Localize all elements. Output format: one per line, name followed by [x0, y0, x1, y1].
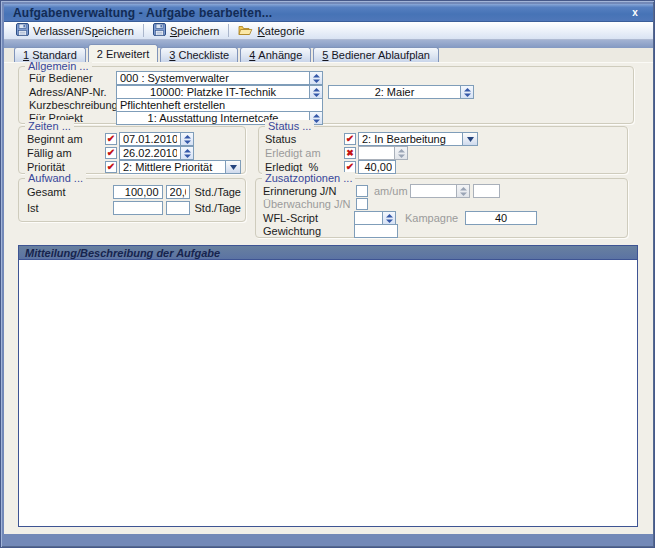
leave-save-label: Verlassen/Speichern — [33, 25, 134, 37]
kampagne-field — [465, 211, 537, 225]
tab-anhaenge[interactable]: 4Anhänge — [240, 47, 311, 62]
prioritaet-checkbox[interactable] — [105, 161, 117, 173]
save-icon — [153, 23, 166, 38]
beginnt-am-input[interactable] — [120, 133, 180, 145]
folder-open-icon — [238, 24, 253, 38]
wfl-script-field — [354, 211, 396, 225]
tab-page-erweitert: Allgemein ... Für Bediener Adress/ANP-Nr… — [4, 62, 653, 534]
group-status: Status ... Status Erledigt am Erledigt_% — [258, 126, 628, 174]
kampagne-input[interactable] — [466, 212, 536, 224]
group-status-caption: Status ... — [265, 120, 314, 132]
spinner-updown-icon[interactable] — [456, 185, 469, 197]
gewichtung-input[interactable] — [355, 225, 397, 237]
spinner-updown-icon[interactable] — [309, 72, 322, 84]
chevron-down-icon[interactable] — [462, 133, 477, 145]
toolbar: Verlassen/Speichern Speichern Kategorie — [4, 22, 653, 40]
gesamt-tage-input[interactable] — [167, 186, 189, 198]
fuer-bediener-field — [116, 71, 323, 85]
group-aufwand: Aufwand ... Gesamt Std./Tage Ist — [18, 178, 246, 222]
ist-stunden-input[interactable] — [114, 202, 162, 214]
wfl-script-label: WFL-Script — [263, 212, 354, 224]
group-zusatzoptionen-caption: Zusatzoptionen ... — [262, 172, 355, 184]
erinnerung-label: Erinnerung J/N — [263, 185, 356, 197]
spinner-updown-icon[interactable] — [460, 86, 473, 98]
erinnerung-checkbox[interactable] — [356, 185, 368, 197]
ist-label: Ist — [27, 202, 113, 214]
fuer-bediener-label: Für Bediener — [29, 72, 116, 84]
tab-strip: 1Standard 2Erweitert 3Checkliste 4Anhäng… — [14, 44, 439, 62]
ueberwachung-checkbox[interactable] — [356, 198, 368, 210]
group-zeiten: Zeiten ... Beginnt am Fällig am Prioritä… — [18, 126, 246, 174]
erledigt-prozent-input[interactable] — [359, 161, 395, 173]
beginnt-am-checkbox[interactable] — [105, 133, 117, 145]
group-aufwand-caption: Aufwand ... — [25, 172, 86, 184]
ist-tage-field — [166, 201, 190, 215]
erledigt-am-field — [358, 146, 408, 160]
kurzbeschreibung-field — [116, 98, 323, 112]
status-checkbox[interactable] — [344, 133, 356, 145]
wfl-script-input[interactable] — [355, 212, 382, 224]
gesamt-stunden-field — [113, 185, 163, 199]
save-label: Speichern — [170, 25, 220, 37]
kurzbeschreibung-label: Kurzbeschreibung — [29, 99, 116, 111]
erinnerung-datum-input[interactable] — [411, 185, 456, 197]
spinner-updown-icon[interactable] — [394, 147, 407, 159]
adress-anp-label: Adress/ANP-Nr. — [29, 86, 116, 98]
adress-contact-field — [328, 85, 474, 99]
title-bar: Aufgabenverwaltung - Aufgabe bearbeiten.… — [4, 4, 653, 22]
group-allgemein: Allgemein ... Für Bediener Adress/ANP-Nr… — [18, 66, 634, 124]
tab-erweitert[interactable]: 2Erweitert — [88, 44, 159, 62]
status-dropdown — [358, 132, 478, 146]
group-zeiten-caption: Zeiten ... — [25, 120, 74, 132]
gewichtung-label: Gewichtung — [263, 225, 354, 237]
adress-anp-field — [116, 85, 323, 99]
group-zusatzoptionen: Zusatzoptionen ... Erinnerung J/N am/um … — [255, 178, 628, 238]
toolbar-separator — [228, 24, 229, 37]
message-header: Mitteilung/Beschreibung der Aufgabe — [19, 246, 637, 260]
kurzbeschreibung-input[interactable] — [117, 99, 322, 111]
ist-tage-input[interactable] — [167, 202, 189, 214]
chevron-down-icon[interactable] — [225, 161, 240, 173]
status-input[interactable] — [359, 133, 462, 145]
faellig-am-label: Fällig am — [27, 147, 105, 159]
gesamt-stunden-input[interactable] — [114, 186, 162, 198]
faellig-am-field — [119, 146, 194, 160]
close-button[interactable]: x — [628, 6, 642, 19]
tab-checkliste[interactable]: 3Checkliste — [160, 47, 238, 62]
erinnerung-datum-field — [410, 184, 470, 198]
erledigt-prozent-field — [358, 160, 396, 174]
erledigt-am-label: Erledigt am — [265, 147, 344, 159]
fuer-bediener-input[interactable] — [117, 72, 309, 84]
window-title: Aufgabenverwaltung - Aufgabe bearbeiten.… — [13, 6, 272, 20]
message-body[interactable] — [19, 260, 637, 526]
category-button[interactable]: Kategorie — [232, 23, 310, 39]
spinner-updown-icon[interactable] — [180, 147, 193, 159]
erinnerung-zeit-input[interactable] — [474, 185, 499, 197]
leave-save-button[interactable]: Verlassen/Speichern — [10, 22, 140, 39]
gesamt-unit-label: Std./Tage — [195, 186, 241, 198]
category-label: Kategorie — [257, 25, 304, 37]
faellig-am-input[interactable] — [120, 147, 180, 159]
tab-bediener-ablaufplan[interactable]: 5Bediener Ablaufplan — [313, 47, 439, 62]
tab-standard[interactable]: 1Standard — [14, 47, 86, 62]
spinner-updown-icon[interactable] — [309, 86, 322, 98]
status-label: Status — [265, 133, 344, 145]
spinner-updown-icon[interactable] — [382, 212, 395, 224]
spinner-updown-icon[interactable] — [180, 133, 193, 145]
gesamt-tage-field — [166, 185, 190, 199]
faellig-am-checkbox[interactable] — [105, 147, 117, 159]
save-button[interactable]: Speichern — [147, 22, 226, 39]
beginnt-am-label: Beginnt am — [27, 133, 105, 145]
erledigt-am-checkbox[interactable] — [344, 147, 356, 159]
gewichtung-field — [354, 224, 398, 238]
message-section: Mitteilung/Beschreibung der Aufgabe — [18, 245, 638, 527]
erledigt-am-input[interactable] — [359, 147, 394, 159]
ist-stunden-field — [113, 201, 163, 215]
adress-contact-input[interactable] — [329, 86, 460, 98]
toolbar-separator — [143, 24, 144, 37]
adress-anp-input[interactable] — [117, 86, 309, 98]
task-edit-window: Aufgabenverwaltung - Aufgabe bearbeiten.… — [0, 0, 655, 548]
save-icon — [16, 23, 29, 38]
prioritaet-input[interactable] — [120, 161, 225, 173]
am-um-label: am/um — [374, 185, 410, 197]
